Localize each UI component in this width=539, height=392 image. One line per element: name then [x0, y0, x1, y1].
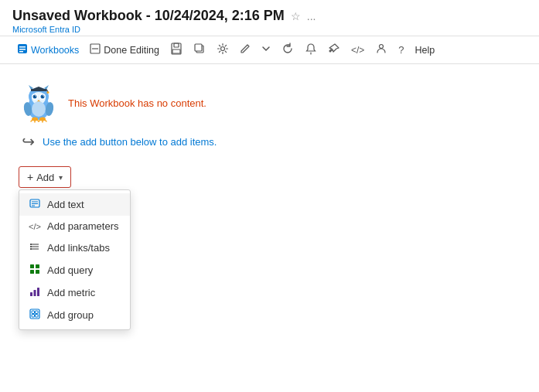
add-parameters-icon: </>: [29, 222, 41, 231]
toolbar-help[interactable]: Help: [410, 42, 439, 59]
hint-row: ↩ Use the add button below to add items.: [22, 132, 520, 151]
save-icon: [170, 43, 183, 57]
svg-line-33: [31, 120, 32, 121]
edit-icon: [240, 43, 251, 56]
pin-icon: [328, 43, 340, 57]
svg-point-22: [35, 95, 36, 96]
add-links-icon: [29, 241, 41, 254]
toolbar-done-editing[interactable]: Done Editing: [85, 40, 164, 60]
svg-rect-61: [32, 311, 35, 314]
svg-rect-59: [37, 288, 39, 296]
svg-rect-1: [19, 46, 26, 48]
toolbar-share[interactable]: [370, 39, 392, 60]
curved-arrow-icon: ↩: [22, 132, 35, 151]
svg-rect-62: [36, 311, 39, 314]
add-parameters-label: Add parameters: [47, 220, 119, 232]
svg-rect-6: [172, 43, 181, 54]
add-button[interactable]: + Add ▾: [19, 166, 71, 188]
svg-rect-7: [174, 43, 179, 47]
bell-icon: [305, 43, 317, 57]
svg-rect-51: [30, 246, 32, 247]
copy-icon: [193, 43, 206, 57]
title-bar: Unsaved Workbook - 10/24/2024, 2:16 PM ☆…: [0, 0, 539, 36]
dropdown-item-add-query[interactable]: Add query: [19, 259, 130, 281]
svg-rect-2: [19, 49, 26, 50]
code-icon: </>: [351, 45, 364, 56]
svg-rect-3: [19, 51, 23, 53]
pin-title-icon[interactable]: ☆: [291, 10, 301, 22]
add-group-icon: [29, 308, 41, 322]
toolbar-save[interactable]: [165, 39, 187, 60]
done-editing-icon: [90, 43, 101, 56]
svg-rect-64: [36, 315, 39, 318]
no-content-row: This Workbook has no content.: [19, 83, 520, 123]
add-button-container: + Add ▾ Add text </> Add parameters Add …: [19, 166, 71, 188]
dropdown-item-add-parameters[interactable]: </> Add parameters: [19, 216, 130, 237]
help-label: Help: [414, 45, 435, 56]
toolbar-notifications[interactable]: [300, 39, 322, 60]
svg-rect-55: [30, 270, 34, 274]
svg-rect-53: [30, 264, 34, 268]
plus-icon: +: [27, 171, 33, 183]
add-label: Add: [36, 172, 54, 183]
settings-icon: [217, 43, 229, 57]
dropdown-item-add-text[interactable]: Add text: [19, 193, 130, 216]
toolbar-settings[interactable]: [212, 39, 234, 60]
svg-point-13: [380, 45, 384, 49]
owl-illustration: [19, 83, 59, 123]
refresh-icon: [281, 43, 294, 57]
add-metric-icon: [29, 286, 41, 299]
workbooks-label: Workbooks: [31, 45, 79, 56]
toolbar-workbooks[interactable]: Workbooks: [12, 40, 84, 60]
svg-rect-54: [36, 264, 39, 268]
toolbar-code[interactable]: </>: [346, 42, 369, 59]
workbooks-icon: [17, 43, 28, 56]
dropdown-item-add-metric[interactable]: Add metric: [19, 281, 130, 304]
toolbar-copy[interactable]: [189, 39, 210, 60]
svg-point-26: [43, 95, 43, 96]
svg-rect-10: [195, 44, 202, 51]
toolbar: Workbooks Done Editing: [0, 36, 539, 64]
svg-point-42: [47, 91, 49, 94]
add-text-label: Add text: [47, 199, 84, 210]
svg-rect-63: [32, 315, 35, 318]
share-icon: [375, 43, 387, 57]
add-metric-label: Add metric: [47, 287, 95, 298]
svg-rect-58: [34, 290, 36, 296]
no-content-message: This Workbook has no content.: [68, 97, 206, 109]
add-query-icon: [29, 264, 41, 277]
svg-rect-50: [30, 244, 32, 245]
svg-line-36: [39, 120, 40, 121]
done-editing-label: Done Editing: [104, 45, 159, 56]
hint-message: Use the add button below to add items.: [43, 136, 217, 148]
svg-rect-8: [172, 49, 180, 53]
add-dropdown-menu: Add text </> Add parameters Add links/ta…: [19, 189, 131, 330]
chevron-down-icon: [261, 44, 271, 56]
toolbar-edit[interactable]: [235, 40, 255, 60]
svg-rect-57: [30, 292, 32, 296]
add-links-label: Add links/tabs: [47, 242, 110, 254]
question-icon: ?: [398, 44, 404, 56]
svg-rect-52: [30, 248, 32, 250]
page-title: Unsaved Workbook - 10/24/2024, 2:16 PM: [12, 8, 285, 24]
toolbar-pin[interactable]: [323, 39, 345, 60]
toolbar-help-question[interactable]: ?: [394, 41, 408, 59]
svg-point-28: [32, 101, 46, 117]
add-chevron-icon: ▾: [59, 173, 63, 182]
toolbar-chevron[interactable]: [257, 41, 275, 59]
dropdown-item-add-links[interactable]: Add links/tabs: [19, 237, 130, 259]
dropdown-item-add-group[interactable]: Add group: [19, 304, 130, 326]
add-query-label: Add query: [47, 264, 93, 276]
add-text-icon: [29, 198, 41, 211]
main-content: This Workbook has no content. ↩ Use the …: [0, 64, 539, 200]
svg-line-38: [45, 120, 46, 121]
subtitle: Microsoft Entra ID: [12, 25, 527, 34]
svg-rect-56: [36, 270, 39, 274]
svg-point-11: [220, 47, 224, 51]
add-group-label: Add group: [47, 309, 94, 321]
toolbar-refresh[interactable]: [277, 39, 298, 60]
more-title-icon[interactable]: ...: [307, 10, 316, 22]
